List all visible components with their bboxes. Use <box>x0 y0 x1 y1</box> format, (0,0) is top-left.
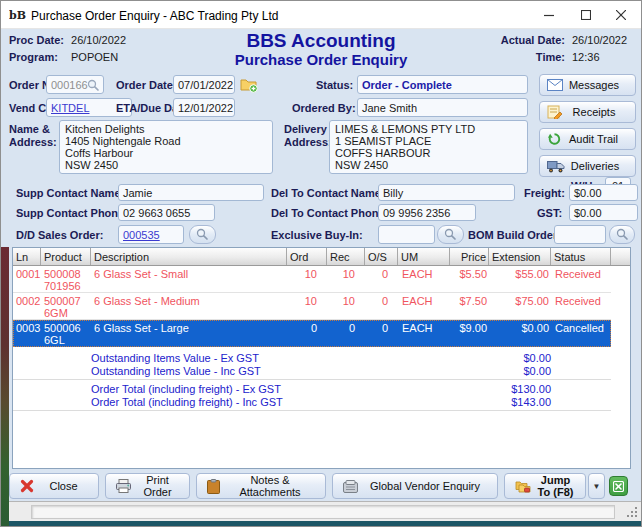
delivery-address-box[interactable]: LIMES & LEMONS PTY LTD 1 SEAMIST PLACE C… <box>329 120 528 174</box>
column-description: Description <box>91 248 287 265</box>
cell-os: 0 <box>365 293 398 319</box>
freight-field[interactable]: $0.00 <box>569 184 638 201</box>
ordered-by-label: Ordered By: <box>292 102 356 114</box>
bom-build-order-field[interactable] <box>554 225 606 244</box>
jump-to-label: Jump To (F8) <box>536 474 585 498</box>
exclusive-buy-in-search-button[interactable] <box>437 225 464 244</box>
dd-sales-order-link[interactable]: 000535 <box>123 229 160 241</box>
delivery-address-label-1: Delivery <box>284 123 327 135</box>
maximize-icon <box>581 10 591 20</box>
receipt-icon <box>547 105 563 119</box>
exclusive-buy-in-field[interactable] <box>378 225 435 244</box>
supp-contact-phone-field[interactable]: 02 9663 0655 <box>118 204 215 221</box>
minimize-button[interactable] <box>531 1 567 29</box>
chevron-down-icon: ▼ <box>593 482 601 491</box>
actual-date-label: Actual Date: <box>501 34 565 46</box>
name-address-label-1: Name & <box>9 123 50 135</box>
open-order-button[interactable] <box>239 75 258 94</box>
svg-text:bB: bB <box>9 9 26 22</box>
jump-folders-icon <box>515 479 531 493</box>
notes-attachments-button[interactable]: Notes & Attachments <box>196 473 326 499</box>
cell-ord: 0 <box>287 320 327 347</box>
purchase-order-enquiry-window: bB Purchase Order Enquiry - ABC Trading … <box>0 0 642 527</box>
actual-date-value: 26/10/2022 <box>572 34 636 46</box>
cell-price: $7.50 <box>450 293 489 319</box>
del-contact-phone-label: Del To Contact Phone: <box>271 207 388 219</box>
ordered-by-field[interactable]: Jane Smith <box>357 98 528 117</box>
supp-contact-phone-label: Supp Contact Phone: <box>16 207 128 219</box>
deliveries-button[interactable]: Deliveries <box>539 155 636 177</box>
cell-extension: $0.00 <box>489 320 551 347</box>
header-right: Actual Date: 26/10/2022 Time: 12:36 <box>501 34 636 63</box>
bom-build-order-label: BOM Build Order: <box>468 229 561 241</box>
dd-sales-order-label: D/D Sales Order: <box>16 229 103 241</box>
order-date-field[interactable]: 07/01/2022 <box>173 75 235 94</box>
gst-field[interactable]: $0.00 <box>569 204 638 221</box>
table-row-selected[interactable]: 0003 5000066GL 6 Glass Set - Large 0 0 0… <box>13 320 611 347</box>
desktop-edge <box>1 247 9 527</box>
status-message-area <box>31 505 615 519</box>
folder-plus-icon <box>240 76 258 93</box>
column-price: Price <box>450 248 489 265</box>
close-button[interactable]: Close <box>9 473 99 499</box>
supp-contact-name-field[interactable]: Jamie <box>118 184 264 201</box>
dd-sales-order-field[interactable]: 000535 <box>118 225 184 244</box>
del-contact-phone-field[interactable]: 09 9956 2356 <box>378 204 476 221</box>
order-no-field[interactable]: 000166 <box>46 75 104 94</box>
audit-trail-button[interactable]: Audit Trail <box>539 128 636 150</box>
export-excel-button[interactable] <box>609 476 628 496</box>
app-icon: bB <box>9 6 27 24</box>
print-order-button[interactable]: Print Order <box>105 473 190 499</box>
cell-rec: 10 <box>327 266 365 292</box>
envelope-icon <box>547 79 563 91</box>
status-field[interactable]: Order - Complete <box>357 75 528 94</box>
cell-description: 6 Glass Set - Small <box>91 266 287 292</box>
del-contact-name-label: Del To Contact Name: <box>271 187 384 199</box>
search-icon <box>444 228 457 241</box>
cell-um: EACH <box>398 266 450 292</box>
column-ln: Ln <box>13 248 41 265</box>
dd-sales-order-search-button[interactable] <box>189 225 216 244</box>
receipts-button[interactable]: Receipts <box>539 101 636 123</box>
column-um: UM <box>398 248 450 265</box>
minimize-icon <box>544 10 554 20</box>
freight-label: Freight: <box>524 187 565 199</box>
cell-rec: 0 <box>327 320 365 347</box>
resize-grip[interactable] <box>627 507 638 518</box>
global-vendor-enquiry-button[interactable]: Global Vendor Enquiry <box>332 473 498 499</box>
close-label: Close <box>39 480 98 492</box>
desktop-bottom-edge <box>1 521 641 527</box>
del-contact-name-field[interactable]: Billy <box>378 184 515 201</box>
truck-icon <box>547 160 565 173</box>
close-window-button[interactable] <box>603 1 639 29</box>
jump-to-button[interactable]: Jump To (F8) <box>504 473 586 499</box>
cell-status: Received <box>551 266 611 292</box>
close-icon <box>616 10 626 20</box>
cell-um: EACH <box>398 293 450 319</box>
jump-to-dropdown-button[interactable]: ▼ <box>588 473 605 499</box>
column-rec: Rec <box>327 248 365 265</box>
name-address-label-2: Address: <box>9 136 57 148</box>
exclusive-buy-in-label: Exclusive Buy-In: <box>271 229 363 241</box>
name-address-box[interactable]: Kitchen Delights 1405 Nightengale Road C… <box>59 120 273 174</box>
title-bar[interactable]: bB Purchase Order Enquiry - ABC Trading … <box>1 1 641 29</box>
search-icon <box>87 79 100 92</box>
time-label: Time: <box>501 51 565 63</box>
eta-due-date-field[interactable]: 12/01/2022 <box>173 98 235 117</box>
status-label: Status: <box>316 79 353 91</box>
excel-icon <box>613 481 624 492</box>
table-row[interactable]: 0002 5000076GM 6 Glass Set - Medium 10 1… <box>13 293 611 320</box>
cell-status: Cancelled <box>551 320 611 347</box>
maximize-button[interactable] <box>568 1 604 29</box>
column-extension: Extension <box>489 248 551 265</box>
messages-button[interactable]: Messages <box>539 74 636 96</box>
table-row[interactable]: 0001 500008701956 6 Glass Set - Small 10… <box>13 266 611 293</box>
register-icon <box>343 480 358 493</box>
cell-description: 6 Glass Set - Medium <box>91 293 287 319</box>
cell-status: Received <box>551 293 611 319</box>
recycle-icon <box>547 132 562 146</box>
summary-row: Outstanding Items Value - Ex GST $0.00 <box>13 351 630 364</box>
cell-ln: 0001 <box>13 266 41 292</box>
bom-build-order-search-button[interactable] <box>609 225 635 244</box>
vend-code-link[interactable]: KITDEL <box>51 102 90 114</box>
